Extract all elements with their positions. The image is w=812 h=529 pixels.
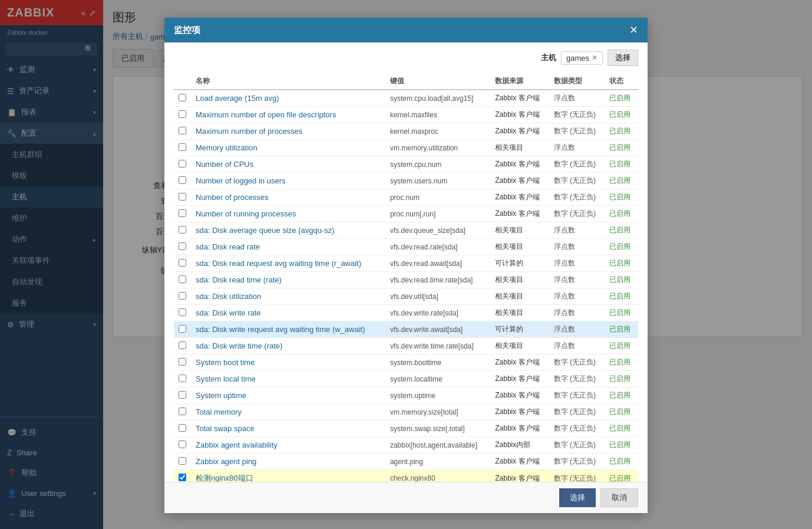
row-checkbox[interactable] [179, 242, 186, 250]
item-name-link[interactable]: Number of running processes [196, 209, 296, 218]
table-row[interactable]: Zabbix agent availabilityzabbix[host,age… [174, 437, 638, 454]
table-row[interactable]: 检测nginx80端口check.nginx80Zabbix 客户端数字 (无正… [174, 470, 638, 482]
modal-select-button[interactable]: 选择 [559, 488, 596, 507]
table-row[interactable]: Number of logged in userssystem.users.nu… [174, 173, 638, 189]
row-checkbox[interactable] [179, 259, 186, 267]
item-type: 数字 (无正负) [549, 454, 605, 470]
item-key: system.localtime [385, 371, 490, 387]
table-row[interactable]: Zabbix agent pingagent.pingZabbix 客户端数字 … [174, 454, 638, 470]
row-checkbox[interactable] [179, 176, 186, 184]
item-type: 浮点数 [549, 222, 605, 239]
item-type: 数字 (无正负) [549, 107, 605, 123]
item-name-link[interactable]: System uptime [196, 391, 246, 400]
row-checkbox[interactable] [179, 127, 186, 134]
modal-cancel-button[interactable]: 取消 [600, 488, 638, 507]
item-status: 已启用 [605, 206, 638, 222]
item-name-link[interactable]: sda: Disk average queue size (avgqu-sz) [196, 226, 335, 235]
item-source: 相关项目 [490, 338, 549, 354]
item-status: 已启用 [605, 404, 638, 420]
table-row[interactable]: Total memoryvm.memory.size[total]Zabbix … [174, 404, 638, 420]
item-name-link[interactable]: sda: Disk write request avg waiting time… [196, 325, 365, 334]
table-row[interactable]: sda: Disk write time (rate)vfs.dev.write… [174, 338, 638, 354]
table-row[interactable]: Number of running processesproc.num[,run… [174, 206, 638, 222]
row-checkbox[interactable] [179, 308, 186, 316]
item-key: proc.num [385, 189, 490, 206]
row-checkbox[interactable] [179, 424, 186, 432]
table-row[interactable]: System local timesystem.localtimeZabbix … [174, 371, 638, 387]
row-checkbox[interactable] [179, 341, 186, 349]
item-key: kernel.maxproc [385, 123, 490, 140]
row-checkbox[interactable] [179, 226, 186, 234]
item-name-link[interactable]: sda: Disk read time (rate) [196, 275, 282, 284]
item-name-link[interactable]: Zabbix agent ping [196, 457, 256, 466]
table-row[interactable]: sda: Disk write request avg waiting time… [174, 321, 638, 338]
col-key-header: 键值 [385, 73, 490, 90]
table-row[interactable]: sda: Disk average queue size (avgqu-sz)v… [174, 222, 638, 239]
item-name-link[interactable]: System boot time [196, 358, 255, 367]
host-tag-value: games [566, 54, 589, 63]
row-checkbox[interactable] [179, 110, 186, 118]
row-checkbox[interactable] [179, 391, 186, 399]
row-checkbox[interactable] [179, 193, 186, 201]
item-name-link[interactable]: Maximum number of processes [196, 127, 302, 136]
item-source: Zabbix 客户端 [490, 107, 549, 123]
item-name-link[interactable]: Total memory [196, 408, 242, 416]
row-checkbox[interactable] [179, 209, 186, 217]
item-name-link[interactable]: Load average (15m avg) [196, 94, 279, 103]
item-status: 已启用 [605, 272, 638, 288]
item-name-link[interactable]: System local time [196, 374, 256, 383]
row-checkbox[interactable] [179, 441, 186, 448]
item-status: 已启用 [605, 470, 638, 482]
item-source: 可计算的 [490, 255, 549, 272]
table-row[interactable]: Load average (15m avg)system.cpu.load[al… [174, 90, 638, 107]
item-key: vm.memory.size[total] [385, 404, 490, 420]
row-checkbox[interactable] [179, 374, 186, 382]
item-name-link[interactable]: sda: Disk write time (rate) [196, 341, 282, 350]
item-name-link[interactable]: Number of CPUs [196, 160, 253, 169]
row-checkbox[interactable] [179, 275, 186, 283]
item-status: 已启用 [605, 338, 638, 354]
row-checkbox[interactable] [179, 474, 186, 481]
item-name-link[interactable]: sda: Disk utilization [196, 292, 261, 301]
table-row[interactable]: sda: Disk utilizationvfs.dev.util[sda]相关… [174, 288, 638, 305]
item-name-link[interactable]: Maximum number of open file descriptors [196, 110, 336, 119]
table-row[interactable]: System boot timesystem.boottimeZabbix 客户… [174, 354, 638, 371]
host-select-button[interactable]: 选择 [608, 50, 638, 66]
item-name-link[interactable]: sda: Disk write rate [196, 308, 261, 317]
table-row[interactable]: sda: Disk read time (rate)vfs.dev.read.t… [174, 272, 638, 288]
item-name-link[interactable]: Number of logged in users [196, 176, 285, 185]
host-tag-remove-icon[interactable]: ✕ [592, 54, 598, 62]
table-row[interactable]: Total swap spacesystem.swap.size[.total]… [174, 420, 638, 437]
item-name-link[interactable]: Memory utilization [196, 143, 258, 152]
table-row[interactable]: Memory utilizationvm.memory.utilization相… [174, 140, 638, 156]
row-checkbox[interactable] [179, 94, 186, 101]
table-row[interactable]: sda: Disk write ratevfs.dev.write.rate[s… [174, 305, 638, 321]
table-row[interactable]: Number of CPUssystem.cpu.numZabbix 客户端数字… [174, 156, 638, 173]
table-row[interactable]: sda: Disk read ratevfs.dev.read.rate[sda… [174, 239, 638, 255]
item-name-link[interactable]: 检测nginx80端口 [196, 474, 253, 482]
item-name-link[interactable]: Number of processes [196, 193, 269, 202]
item-status: 已启用 [605, 140, 638, 156]
item-source: Zabbix 客户端 [490, 404, 549, 420]
table-row[interactable]: sda: Disk read request avg waiting time … [174, 255, 638, 272]
item-key: system.users.num [385, 173, 490, 189]
item-source: Zabbix 客户端 [490, 354, 549, 371]
table-row[interactable]: Maximum number of open file descriptorsk… [174, 107, 638, 123]
close-icon[interactable]: ✕ [629, 24, 638, 37]
table-row[interactable]: Number of processesproc.numZabbix 客户端数字 … [174, 189, 638, 206]
item-name-link[interactable]: Total swap space [196, 424, 255, 433]
row-checkbox[interactable] [179, 143, 186, 151]
table-row[interactable]: System uptimesystem.uptimeZabbix 客户端数字 (… [174, 387, 638, 404]
col-name-header: 名称 [191, 73, 385, 90]
row-checkbox[interactable] [179, 160, 186, 167]
row-checkbox[interactable] [179, 358, 186, 366]
row-checkbox[interactable] [179, 408, 186, 415]
row-checkbox[interactable] [179, 292, 186, 300]
table-row[interactable]: Maximum number of processeskernel.maxpro… [174, 123, 638, 140]
row-checkbox[interactable] [179, 457, 186, 465]
item-name-link[interactable]: sda: Disk read request avg waiting time … [196, 259, 361, 268]
item-name-link[interactable]: Zabbix agent availability [196, 441, 278, 449]
row-checkbox[interactable] [179, 325, 186, 333]
item-name-link[interactable]: sda: Disk read rate [196, 242, 260, 251]
item-key: vfs.dev.write.await[sda] [385, 321, 490, 338]
